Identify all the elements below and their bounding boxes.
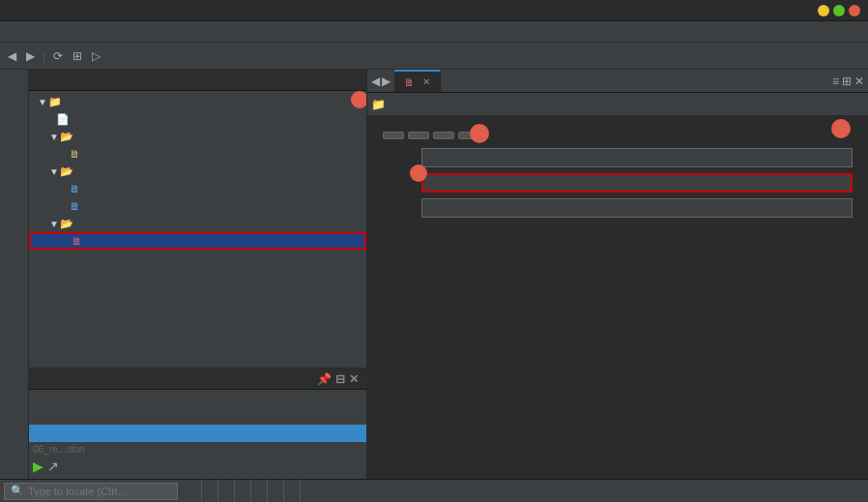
menu-debug[interactable] — [56, 30, 72, 34]
toolbar-btn-4[interactable]: ⊞ — [69, 49, 86, 63]
project-panel: ▼ 📁 📄 ▼ 📂 🗎 — [29, 70, 367, 479]
status-test-results[interactable] — [284, 480, 301, 502]
menu-help[interactable] — [126, 30, 141, 34]
toolbar-btn-3[interactable]: ⟳ — [49, 49, 67, 63]
main-toolbar: ◀ ▶ | ⟳ ⊞ ▷ — [0, 43, 868, 70]
open-docs-header: 📌 ⊟ ✕ — [29, 369, 366, 390]
qrc-icon: 🗎 — [72, 235, 82, 247]
menu-edit[interactable] — [21, 30, 37, 34]
tree-item-resources[interactable]: ▼ 📂 — [29, 215, 366, 232]
sidebar-edit[interactable] — [13, 91, 16, 99]
window-controls[interactable] — [818, 5, 860, 16]
tab-close-btn[interactable]: ✕ — [422, 76, 430, 87]
add-prefix-button[interactable] — [383, 132, 404, 139]
project-panel-header — [29, 70, 366, 91]
tree-arrow-resources: ▼ — [48, 219, 60, 229]
project-tree: ▼ 📁 📄 ▼ 📂 🗎 — [29, 91, 366, 368]
cpp-icon: 🗎 — [70, 183, 80, 194]
tree-item-project[interactable]: ▼ 📁 — [29, 93, 366, 110]
menu-file[interactable] — [4, 30, 19, 34]
delete-button[interactable] — [433, 132, 454, 139]
language-input[interactable] — [421, 198, 853, 218]
cpp2-icon: 🗎 — [70, 200, 80, 212]
close-editor-icon[interactable]: ✕ — [854, 74, 864, 88]
h-icon: 🗎 — [70, 148, 80, 160]
alias-row — [383, 147, 853, 168]
sidebar-projects[interactable] — [13, 137, 16, 145]
add-files-button[interactable] — [408, 132, 429, 139]
headers-icon: 📂 — [60, 131, 73, 143]
status-app-output[interactable] — [218, 480, 235, 502]
left-sidebar — [0, 70, 29, 479]
open-docs-close[interactable]: ✕ — [349, 372, 359, 386]
resources-folder-icon: 📂 — [60, 218, 73, 230]
open-docs-controls[interactable]: 📌 ⊟ ✕ — [317, 372, 359, 386]
nav-prev-icon[interactable]: ◀ — [371, 74, 380, 88]
project-icon: 📁 — [48, 96, 62, 108]
tree-item-headers[interactable]: ▼ 📂 — [29, 128, 366, 145]
toolbar-btn-2[interactable]: ▶ — [22, 49, 39, 63]
maximize-button[interactable] — [833, 5, 845, 16]
tree-item-mainwindow-cpp[interactable]: 🗎 — [29, 197, 366, 215]
open-docs-split[interactable]: ⊟ — [335, 372, 345, 386]
tree-item-sources[interactable]: ▼ 📂 — [29, 162, 366, 180]
toolbar-btn-1[interactable]: ◀ — [4, 49, 20, 63]
breadcrumb-folder-icon: 📁 — [371, 98, 386, 111]
search-icon: 🔍 — [11, 485, 24, 497]
language-row — [383, 197, 853, 219]
open-documents-panel: 📌 ⊟ ✕ 06_re...uton ▶ ↗ — [29, 368, 366, 479]
prefix-input[interactable] — [421, 173, 853, 192]
menu-controls[interactable] — [108, 30, 124, 34]
play-btn[interactable]: ▶ — [33, 458, 43, 474]
doc-item-mainwindow-cpp[interactable] — [29, 407, 366, 425]
badge-11 — [410, 164, 427, 182]
tab-icon: 🗎 — [404, 76, 415, 88]
open-docs-pin[interactable]: 📌 — [317, 372, 332, 386]
step-btn[interactable]: ↗ — [47, 458, 59, 474]
locate-input[interactable] — [28, 486, 154, 497]
tree-item-main-cpp[interactable]: 🗎 — [29, 180, 366, 197]
tab-list-icon[interactable]: ≡ — [832, 74, 839, 88]
tree-item-res-qrc[interactable]: 🗎 — [29, 232, 366, 250]
status-qml-debug[interactable] — [251, 480, 268, 502]
tree-item-mainwindow-h[interactable]: 🗎 — [29, 145, 366, 162]
split-editor-icon[interactable]: ⊞ — [842, 74, 852, 88]
alias-input[interactable] — [421, 148, 853, 167]
editor-tabs: ◀ ▶ 🗎 ✕ ≡ ⊞ ✕ — [367, 70, 868, 93]
toolbar-btn-5[interactable]: ▷ — [88, 49, 104, 63]
tree-arrow-headers: ▼ — [48, 132, 60, 142]
prefix-row — [383, 172, 853, 193]
bottom-controls[interactable]: ▶ ↗ — [29, 457, 366, 476]
editor-area: ◀ ▶ 🗎 ✕ ≡ ⊞ ✕ 📁 — [367, 70, 868, 479]
doc-item-main-cpp[interactable] — [29, 390, 366, 407]
nav-next-icon[interactable]: ▶ — [382, 74, 391, 88]
resource-toolbar — [383, 132, 853, 139]
minimize-button[interactable] — [818, 5, 829, 16]
sidebar-debug[interactable] — [13, 122, 16, 130]
doc-item-res-qrc[interactable] — [29, 425, 366, 442]
tree-item-pro[interactable]: 📄 — [29, 110, 366, 128]
status-version-control[interactable] — [268, 480, 284, 502]
status-compile-output[interactable] — [235, 480, 251, 502]
sidebar-design[interactable] — [13, 106, 16, 114]
pro-icon: 📄 — [56, 113, 70, 126]
status-search-results[interactable] — [202, 480, 218, 502]
close-button[interactable] — [849, 5, 860, 16]
tree-arrow-sources: ▼ — [48, 166, 60, 177]
editor-breadcrumb-bar: 📁 — [367, 93, 868, 116]
menu-tools[interactable] — [91, 30, 106, 34]
menu-analyze[interactable] — [73, 30, 89, 34]
locate-search[interactable]: 🔍 — [4, 483, 178, 500]
open-docs-label: 06_re...uton — [29, 442, 366, 457]
status-problems[interactable] — [186, 480, 202, 502]
tree-arrow-project: ▼ — [37, 97, 48, 107]
sidebar-help[interactable] — [13, 153, 16, 161]
editor-content — [367, 116, 868, 479]
tab-res-qrc[interactable]: 🗎 ✕ — [394, 70, 441, 92]
sources-icon: 📂 — [60, 165, 73, 178]
editor-nav-prev[interactable]: ◀ ▶ — [367, 70, 394, 92]
menu-build[interactable] — [39, 30, 54, 34]
tab-right-controls[interactable]: ≡ ⊞ ✕ — [828, 70, 868, 92]
badge-12 — [831, 119, 851, 138]
sidebar-welcome[interactable] — [13, 75, 16, 83]
